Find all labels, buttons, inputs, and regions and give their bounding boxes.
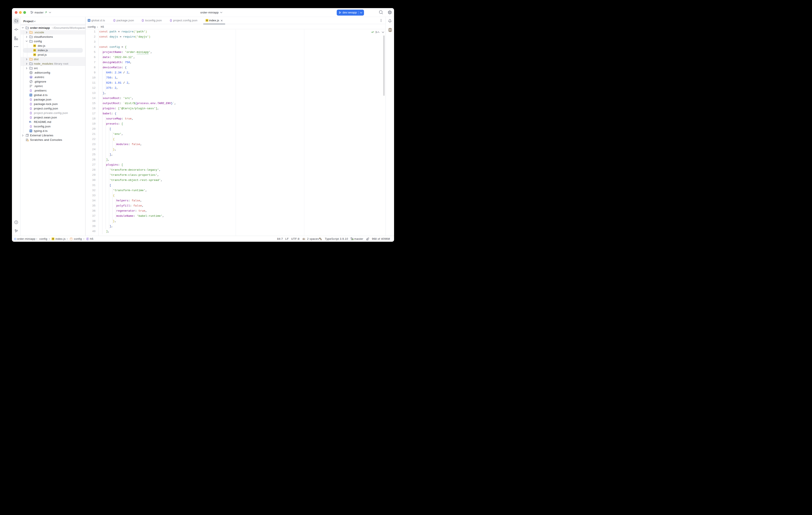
svg-text:X: X [389,28,391,32]
